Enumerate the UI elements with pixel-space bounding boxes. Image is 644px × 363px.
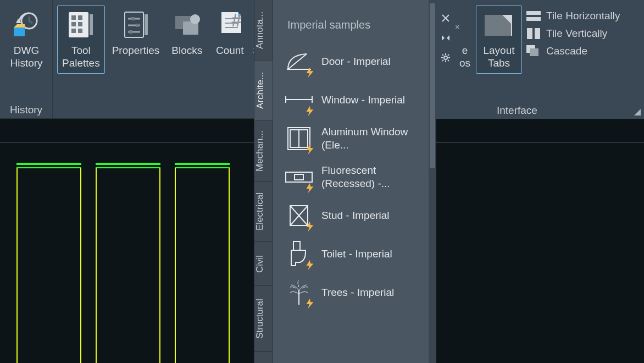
svg-rect-10: [71, 29, 76, 33]
svg-marker-47: [307, 145, 314, 155]
layout-tabs-icon: [484, 9, 514, 40]
svg-line-70: [448, 54, 449, 56]
svg-point-63: [444, 56, 447, 59]
svg-rect-36: [530, 48, 538, 56]
palette-item-label: Toilet - Imperial: [321, 248, 392, 261]
door-icon: [284, 47, 314, 76]
cascade-button[interactable]: Cascade: [526, 45, 620, 57]
cascade-label: Cascade: [546, 45, 587, 57]
tool-palette-panel: Annota... Archite... Mechan... Electrica…: [254, 0, 436, 363]
cascade-icon: [526, 46, 541, 57]
palette-title: Imperial samples: [273, 0, 436, 42]
blocks-button[interactable]: Blocks: [166, 6, 207, 60]
palette-window-controls: [440, 12, 452, 64]
window-arrange-list: Tile Horizontally Tile Vertically Cascad…: [523, 4, 628, 57]
palette-tab-structural[interactable]: Structural: [254, 286, 273, 352]
palette-scrollbar[interactable]: [429, 0, 436, 363]
properties-button[interactable]: Properties: [107, 6, 165, 60]
count-icon: #: [214, 9, 245, 40]
layout-tabs-label: Layout Tabs: [483, 45, 514, 71]
palette-item-trees[interactable]: Trees - Imperial: [284, 273, 431, 312]
svg-rect-5: [90, 14, 93, 35]
palette-item-list: Door - Imperial Window - Imperial: [273, 42, 436, 312]
svg-rect-15: [131, 17, 135, 20]
tool-palettes-icon: [65, 9, 96, 40]
svg-marker-3: [14, 24, 25, 28]
small-close-icon[interactable]: ×: [455, 22, 463, 30]
palette-tab-civil[interactable]: Civil: [254, 242, 273, 286]
tool-palettes-button[interactable]: Tool Palettes: [57, 6, 105, 74]
svg-rect-8: [71, 22, 76, 26]
svg-line-68: [442, 54, 443, 56]
dialog-launcher-icon[interactable]: [633, 108, 641, 116]
palette-tab-mechanical[interactable]: Mechan...: [254, 121, 273, 182]
svg-rect-13: [145, 14, 148, 35]
svg-rect-17: [136, 24, 139, 27]
scrollbar-thumb[interactable]: [430, 3, 435, 168]
svg-marker-58: [307, 299, 314, 309]
palette-item-fluorescent[interactable]: Fluorescent (Recessed) -...: [284, 158, 431, 196]
properties-label: Properties: [112, 45, 160, 57]
svg-marker-61: [442, 35, 445, 41]
svg-marker-54: [307, 222, 314, 232]
palette-body: Imperial samples Door - Imperial: [273, 0, 436, 363]
close-icon[interactable]: [440, 12, 452, 24]
dynamic-bolt-icon: [304, 221, 316, 233]
svg-rect-7: [78, 15, 82, 20]
blocks-label: Blocks: [171, 45, 202, 57]
dynamic-bolt-icon: [304, 144, 316, 156]
autohide-icon[interactable]: [440, 32, 452, 44]
svg-rect-49: [295, 174, 303, 180]
svg-rect-55: [293, 241, 300, 250]
palette-tab-electrical[interactable]: Electrical: [254, 182, 273, 242]
dwg-history-label: DWG History: [10, 45, 42, 71]
count-label: Count: [216, 45, 244, 57]
tile-vertically-label: Tile Vertically: [546, 28, 607, 40]
dynamic-bolt-icon: [304, 298, 316, 310]
dynamic-bolt-icon: [304, 105, 316, 117]
aluminum-window-icon: [284, 124, 314, 153]
tile-horizontal-icon: [526, 10, 541, 21]
svg-rect-11: [78, 29, 82, 33]
palette-item-toilet[interactable]: Toilet - Imperial: [284, 235, 431, 273]
svg-rect-2: [14, 28, 25, 36]
svg-point-22: [190, 14, 200, 24]
count-button[interactable]: # Count: [209, 6, 250, 60]
palette-tab-architectural[interactable]: Archite...: [254, 61, 273, 121]
dynamic-bolt-icon: [304, 259, 316, 271]
palette-item-label: Trees - Imperial: [321, 286, 394, 299]
truncated-left-button[interactable]: e os: [457, 6, 474, 75]
palette-item-window[interactable]: Window - Imperial: [284, 81, 431, 119]
svg-line-71: [442, 60, 443, 61]
svg-marker-62: [447, 35, 449, 41]
svg-marker-50: [307, 183, 314, 193]
svg-rect-48: [286, 172, 312, 182]
palette-tab-strip: Annota... Archite... Mechan... Electrica…: [254, 0, 273, 363]
svg-rect-19: [129, 30, 132, 34]
gear-icon[interactable]: [440, 52, 452, 64]
palette-item-label: Window - Imperial: [321, 94, 405, 107]
svg-rect-6: [71, 15, 76, 20]
palette-item-label: Door - Imperial: [321, 55, 391, 68]
drawing-geometry: [16, 152, 231, 363]
svg-rect-34: [535, 28, 540, 39]
svg-text:#: #: [231, 11, 242, 30]
tile-horizontally-label: Tile Horizontally: [546, 10, 620, 22]
svg-marker-39: [307, 68, 314, 78]
tool-palettes-label: Tool Palettes: [62, 45, 100, 71]
palette-tab-annotation[interactable]: Annota...: [254, 0, 273, 61]
layout-tabs-button[interactable]: Layout Tabs: [476, 6, 522, 74]
toilet-icon: [284, 239, 314, 269]
svg-rect-31: [526, 11, 541, 15]
palette-item-aluminum-window[interactable]: Aluminum Window (Ele...: [284, 119, 431, 158]
svg-marker-56: [307, 260, 314, 270]
palette-item-door[interactable]: Door - Imperial: [284, 42, 431, 81]
dynamic-bolt-icon: [304, 67, 316, 79]
fluorescent-icon: [284, 162, 314, 192]
svg-marker-43: [307, 106, 314, 116]
properties-icon: [120, 9, 151, 40]
tile-vertically-button[interactable]: Tile Vertically: [526, 28, 620, 40]
dwg-history-button[interactable]: DWG History: [4, 6, 48, 74]
palette-item-stud[interactable]: Stud - Imperial: [284, 196, 431, 235]
tile-horizontally-button[interactable]: Tile Horizontally: [526, 10, 620, 22]
